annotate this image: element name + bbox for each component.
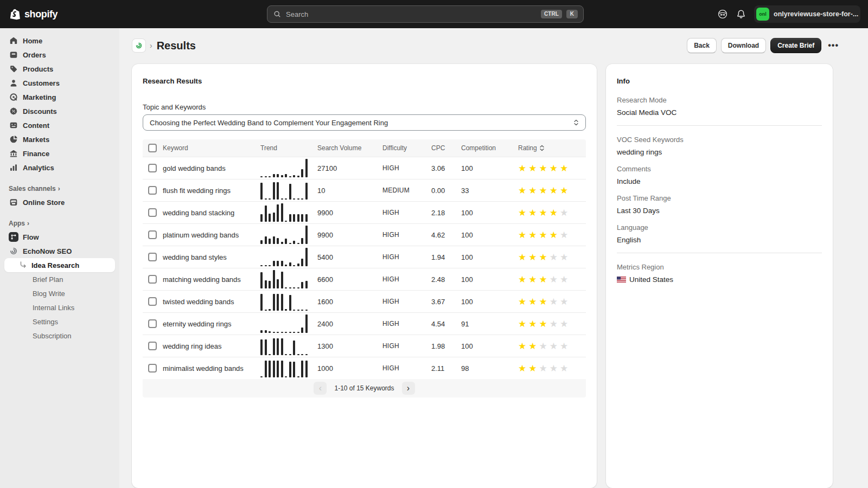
topbar-right: onl onlyreviewuse-store-for-... (717, 0, 860, 28)
row-checkbox[interactable] (148, 319, 157, 328)
table-row[interactable]: wedding band stacking9900HIGH2.18100★★★★… (143, 201, 586, 223)
table-row[interactable]: twisted wedding bands1600HIGH3.67100★★★★… (143, 290, 586, 312)
sidebar-item-discounts[interactable]: Discounts (4, 104, 115, 118)
competition-value: 98 (459, 364, 516, 373)
row-checkbox[interactable] (148, 186, 157, 195)
shopify-logo[interactable]: shopify (9, 8, 58, 21)
table-row[interactable]: minimalist wedding bands1000HIGH2.1198★★… (143, 357, 586, 379)
sidebar-item-echonow-seo[interactable]: EchoNow SEO (4, 244, 115, 258)
sidebar-item-marketing[interactable]: Marketing (4, 90, 115, 104)
sales-channels-header[interactable]: Sales channels › (0, 182, 119, 195)
kbd-k: K (566, 10, 578, 18)
sidebar-item-flow[interactable]: Flow (4, 230, 115, 244)
trend-cell (258, 314, 315, 333)
online-store-icon (9, 197, 18, 207)
row-checkbox-cell (143, 275, 161, 284)
sidebar-subitem-idea-research[interactable]: Idea Research (4, 258, 115, 272)
table-row[interactable]: platinum wedding bands9900HIGH4.62100★★★… (143, 223, 586, 246)
star-empty-icon: ★ (539, 342, 547, 351)
app-pages-list: Idea ResearchBrief PlanBlog WriteInterna… (0, 258, 119, 343)
row-checkbox-cell (143, 297, 161, 306)
column-rating-sort[interactable]: Rating (516, 144, 586, 152)
column-cpc: CPC (429, 144, 459, 152)
star-empty-icon: ★ (560, 230, 568, 240)
star-filled-icon: ★ (528, 342, 537, 351)
row-checkbox-cell (143, 230, 161, 239)
row-checkbox[interactable] (148, 275, 157, 284)
table-row[interactable]: wedding band styles5400HIGH1.94100★★★★★ (143, 246, 586, 268)
difficulty-value: HIGH (380, 320, 429, 328)
topic-select[interactable]: Choosing the Perfect Wedding Band to Com… (143, 114, 586, 131)
row-checkbox[interactable] (148, 164, 157, 172)
store-menu[interactable]: onl onlyreviewuse-store-for-... (754, 5, 860, 23)
star-filled-icon: ★ (518, 186, 526, 195)
content-layout: Research Results Topic and Keywords Choo… (119, 55, 868, 488)
star-filled-icon: ★ (528, 319, 537, 329)
create-brief-button[interactable]: Create Brief (770, 38, 821, 53)
difficulty-value: HIGH (380, 275, 429, 283)
incognito-icon[interactable] (717, 9, 728, 20)
sort-icon (539, 144, 545, 152)
sidebar-item-content[interactable]: Content (4, 118, 115, 132)
sidebar-subitem-label: Internal Links (33, 304, 74, 312)
notifications-bell-icon[interactable] (736, 9, 746, 20)
row-checkbox[interactable] (148, 253, 157, 261)
star-filled-icon: ★ (528, 208, 537, 217)
sidebar-subitem-settings[interactable]: Settings (4, 314, 115, 329)
table-row[interactable]: flush fit wedding rings10MEDIUM0.0033★★★… (143, 179, 586, 201)
star-empty-icon: ★ (550, 319, 558, 329)
row-checkbox[interactable] (148, 342, 157, 350)
star-filled-icon: ★ (550, 230, 558, 240)
store-avatar: onl (756, 8, 769, 21)
sidebar-subitem-blog-write[interactable]: Blog Write (4, 286, 115, 300)
select-all-checkbox[interactable] (148, 144, 157, 152)
star-empty-icon: ★ (560, 319, 568, 329)
back-button[interactable]: Back (687, 38, 717, 53)
star-filled-icon: ★ (550, 164, 558, 173)
trend-sparkline (260, 181, 308, 200)
row-checkbox[interactable] (148, 297, 157, 306)
global-search-input[interactable]: Search CTRL K (267, 5, 584, 23)
table-row[interactable]: eternity wedding rings2400HIGH4.5491★★★★… (143, 312, 586, 335)
table-body: gold wedding bands27100HIGH3.06100★★★★★f… (143, 157, 586, 379)
row-checkbox[interactable] (148, 230, 157, 239)
next-page-button[interactable]: › (402, 382, 415, 395)
sidebar-item-orders[interactable]: Orders (4, 48, 115, 62)
info-field-label: Language (617, 223, 822, 232)
star-filled-icon: ★ (560, 186, 568, 195)
keyword-cell: matching wedding bands (161, 275, 258, 284)
info-field-value: English (617, 236, 822, 244)
rating-cell: ★★★★★ (516, 208, 586, 217)
download-button[interactable]: Download (721, 38, 766, 53)
sidebar-subitem-internal-links[interactable]: Internal Links (4, 300, 115, 314)
breadcrumb-app-icon[interactable] (132, 39, 145, 52)
sidebar-item-home[interactable]: Home (4, 34, 115, 48)
sidebar-item-markets[interactable]: Markets (4, 132, 115, 146)
more-actions-button[interactable]: ••• (826, 41, 841, 50)
star-empty-icon: ★ (550, 342, 558, 351)
sidebar-item-analytics[interactable]: Analytics (4, 160, 115, 175)
sidebar-item-label: Flow (23, 233, 39, 241)
sidebar-subitem-label: Blog Write (33, 290, 65, 298)
star-filled-icon: ★ (560, 164, 568, 173)
sidebar-subitem-brief-plan[interactable]: Brief Plan (4, 272, 115, 286)
star-filled-icon: ★ (528, 275, 537, 284)
table-row[interactable]: wedding ring ideas1300HIGH1.98100★★★★★ (143, 335, 586, 357)
sidebar-item-products[interactable]: Products (4, 62, 115, 76)
markets-icon (9, 134, 18, 144)
sidebar-item-online-store[interactable]: Online Store (4, 195, 115, 209)
home-icon (9, 36, 18, 46)
sidebar-item-customers[interactable]: Customers (4, 76, 115, 90)
star-filled-icon: ★ (528, 253, 537, 262)
apps-header[interactable]: Apps › (0, 217, 119, 230)
row-checkbox[interactable] (148, 208, 157, 217)
trend-cell (258, 248, 315, 266)
trend-cell (258, 226, 315, 244)
table-row[interactable]: gold wedding bands27100HIGH3.06100★★★★★ (143, 157, 586, 179)
row-checkbox[interactable] (148, 364, 157, 373)
sidebar-subitem-subscription[interactable]: Subscription (4, 329, 115, 343)
cpc-value: 0.00 (429, 187, 459, 195)
sidebar-item-finance[interactable]: Finance (4, 146, 115, 160)
info-field-label: Research Mode (617, 96, 822, 104)
table-row[interactable]: matching wedding bands6600HIGH2.48100★★★… (143, 268, 586, 290)
